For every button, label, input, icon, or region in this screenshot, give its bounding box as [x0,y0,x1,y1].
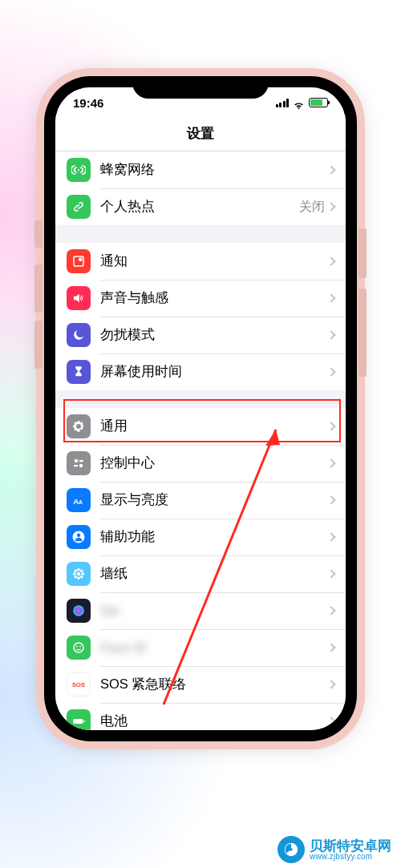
row-label: 屏幕使用时间 [100,363,328,381]
row-label: 显示与亮度 [100,491,328,509]
chevron-right-icon [326,495,335,504]
svg-point-2 [79,258,83,262]
control-center-icon [67,451,91,475]
general-icon [67,414,91,438]
row-sos[interactable]: SOSSOS 紧急联络 [55,666,346,703]
svg-point-23 [79,646,81,648]
sos-icon: SOS [67,672,91,696]
svg-point-22 [76,646,78,648]
row-label: 蜂窝网络 [100,161,328,179]
row-battery[interactable]: 电池 [55,703,346,730]
row-display[interactable]: AA显示与亮度 [55,482,346,519]
notch [132,76,269,99]
display-icon: AA [67,488,91,512]
svg-point-20 [73,605,84,616]
svg-rect-26 [83,721,85,723]
chevron-right-icon [326,256,335,265]
watermark-title: 贝斯特安卓网 [310,839,391,853]
row-detail: 关闭 [299,199,325,216]
row-label: 声音与触感 [100,289,328,307]
row-screentime[interactable]: 屏幕使用时间 [55,353,346,390]
chevron-right-icon [326,367,335,376]
svg-point-21 [74,643,83,652]
row-faceid[interactable]: Face ID [55,629,346,666]
chevron-right-icon [326,717,335,725]
wallpaper-icon [67,562,91,586]
cellular-icon [67,158,91,182]
svg-point-15 [81,572,84,575]
sounds-icon [67,286,91,310]
svg-rect-4 [79,460,83,462]
svg-text:A: A [79,499,83,505]
svg-point-12 [77,568,80,571]
row-label: 墙纸 [100,565,328,583]
row-siri[interactable]: Siri [55,592,346,629]
svg-point-13 [77,576,80,579]
svg-point-3 [75,459,79,463]
row-accessibility[interactable]: 辅助功能 [55,519,346,555]
hotspot-icon [67,195,91,219]
row-label: 辅助功能 [100,528,328,546]
svg-point-5 [79,464,83,468]
row-general[interactable]: 通用 [55,408,346,445]
svg-point-31 [290,848,293,851]
watermark-logo-icon [277,836,305,863]
row-label: 个人热点 [100,198,299,216]
status-time: 19:46 [73,96,103,110]
faceid-icon [67,636,91,660]
row-label: 通用 [100,418,328,435]
svg-text:A: A [73,497,79,506]
svg-rect-25 [73,719,83,724]
page-title: 设置 [55,118,346,151]
chevron-right-icon [326,202,335,211]
chevron-right-icon [326,165,335,174]
siri-icon [67,599,91,623]
svg-rect-6 [74,465,78,466]
svg-text:SOS: SOS [72,681,85,688]
svg-point-10 [77,534,81,538]
svg-point-16 [74,569,77,572]
notifications-icon [67,249,91,273]
chevron-right-icon [326,643,335,652]
battery-icon [67,709,91,730]
row-notifications[interactable]: 通知 [55,243,346,280]
cellular-signal-icon [276,99,290,107]
svg-point-14 [73,572,76,575]
row-sounds[interactable]: 声音与触感 [55,280,346,317]
row-label: 通知 [100,252,328,270]
accessibility-icon [67,525,91,549]
row-wallpaper[interactable]: 墙纸 [55,555,346,592]
screen: 19:46 设置 蜂窝网络个人热点关闭通知声音与触感勿扰模式屏幕使用时间通用控制… [55,87,346,730]
chevron-right-icon [326,422,335,430]
svg-point-18 [74,575,77,579]
phone-mockup: 19:46 设置 蜂窝网络个人热点关闭通知声音与触感勿扰模式屏幕使用时间通用控制… [44,76,357,741]
svg-point-19 [80,575,83,579]
row-label: 电池 [100,713,328,730]
battery-icon [309,98,328,107]
screentime-icon [67,360,91,384]
watermark: 贝斯特安卓网 www.zjbstyy.com [277,836,391,863]
row-hotspot[interactable]: 个人热点关闭 [55,188,346,225]
row-label: Siri [100,604,328,619]
row-label: 控制中心 [100,454,328,472]
chevron-right-icon [326,606,335,615]
svg-point-17 [80,569,83,572]
row-dnd[interactable]: 勿扰模式 [55,317,346,353]
watermark-url: www.zjbstyy.com [310,853,391,861]
chevron-right-icon [326,569,335,578]
chevron-right-icon [326,330,335,339]
row-label: SOS 紧急联络 [100,676,328,693]
dnd-icon [67,323,91,347]
svg-point-11 [77,572,81,576]
settings-list[interactable]: 蜂窝网络个人热点关闭通知声音与触感勿扰模式屏幕使用时间通用控制中心AA显示与亮度… [55,151,346,730]
chevron-right-icon [326,293,335,302]
chevron-right-icon [326,458,335,467]
row-label: Face ID [100,640,328,656]
row-cellular[interactable]: 蜂窝网络 [55,151,346,188]
chevron-right-icon [326,680,335,688]
row-control-center[interactable]: 控制中心 [55,445,346,482]
wifi-icon [293,99,305,107]
row-label: 勿扰模式 [100,326,328,344]
chevron-right-icon [326,532,335,541]
